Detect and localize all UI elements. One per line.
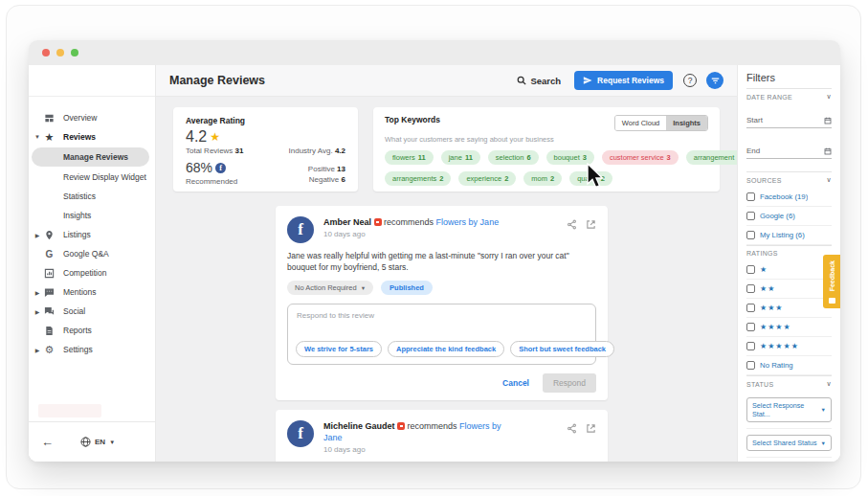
sidebar: Overview ▼ ★ Reviews Manage Reviews Revi… [29,65,156,462]
keyword-chip[interactable]: bouquet3 [546,150,594,165]
chevron-right-icon: ▶ [33,347,41,353]
feedback-tab[interactable]: Feedback [823,255,840,308]
chevron-down-icon: ∨ [827,380,832,388]
checkbox [746,212,755,220]
rating-filter-5-star[interactable]: ★★★★★ [746,337,832,356]
source-filter-facebook[interactable]: Facebook (19) [746,188,832,207]
sidebar-item-competition[interactable]: Competition [29,263,155,282]
sidebar-item-reports[interactable]: Reports [29,321,155,340]
negative-count: Negative 6 [308,174,345,185]
rating-filter-2-star[interactable]: ★★ [746,280,832,299]
checkbox [746,304,755,312]
open-in-new-icon[interactable] [586,420,596,454]
share-icon[interactable] [567,216,577,243]
chat-bubbles-icon [43,306,56,317]
sidebar-item-insights[interactable]: Insights [29,206,155,225]
keyword-chip[interactable]: jane11 [441,150,480,165]
sidebar-item-google-qa[interactable]: G Google Q&A [29,244,155,263]
checkbox [746,265,755,274]
comment-icon [43,287,56,298]
sidebar-item-social[interactable]: ▶ Social [29,302,155,321]
keyword-chip[interactable]: mom2 [523,171,562,186]
keyword-chip-negative[interactable]: customer service3 [602,150,679,165]
document-icon [43,326,56,336]
sidebar-item-overview[interactable]: Overview [29,108,155,127]
sidebar-header [29,65,155,97]
quick-reply-button[interactable]: Appreciate the kind feedback [388,341,504,357]
end-date-input[interactable]: End [746,141,832,159]
chevron-down-icon: ∨ [827,176,832,184]
sidebar-footer: ← EN ▼ [29,421,155,462]
calendar-icon [824,117,832,124]
open-in-new-icon[interactable] [586,216,596,243]
google-icon: G [43,249,56,259]
chevron-down-icon: ▼ [821,407,826,413]
chevron-down-icon: ▼ [821,440,826,446]
rating-filter-no-rating[interactable]: No Rating [746,356,832,375]
action-status-dropdown[interactable]: No Action Required ▼ [287,281,373,295]
date-range-section-header[interactable]: DATE RANGE ∨ [746,88,832,104]
sidebar-item-settings[interactable]: ▶ ⚙ Settings [29,340,155,359]
keyword-chip[interactable]: arrangements2 [385,171,451,186]
sidebar-item-mentions[interactable]: ▶ Mentions [29,282,155,302]
rating-filter-1-star[interactable]: ★ [746,260,832,280]
source-filter-google[interactable]: Google (6) [746,207,832,226]
chevron-down-icon: ∨ [827,93,832,101]
star-icon: ★ [43,131,56,144]
rating-filter-4-star[interactable]: ★★★★ [746,318,832,337]
publish-status-badge: Published [381,281,433,295]
source-filter-my-listing[interactable]: My Listing (6) [746,226,832,245]
checkbox [746,192,755,201]
shared-status-dropdown[interactable]: Select Shared Status ▼ [746,435,832,451]
quick-reply-button[interactable]: We strive for 5-stars [296,341,382,357]
search-button[interactable]: Search [517,76,561,86]
sidebar-item-reviews[interactable]: ▼ ★ Reviews [29,127,155,147]
keyword-chip[interactable]: arrangement2 [686,150,737,165]
paper-plane-icon [583,76,592,85]
zoom-window-icon[interactable] [71,49,78,56]
word-cloud-tab[interactable]: Word Cloud [615,116,666,130]
recommend-badge-icon [397,422,405,430]
facebook-icon: f [215,163,226,173]
status-section-header[interactable]: STATUS ∨ [746,375,832,392]
logo-placeholder [38,404,101,417]
help-icon[interactable]: ? [683,74,697,87]
respond-box: We strive for 5-stars Appreciate the kin… [287,304,596,365]
respond-button[interactable]: Respond [543,373,596,393]
chevron-right-icon: ▶ [33,289,41,296]
quick-reply-button[interactable]: Short but sweet feedback [510,341,614,357]
review-timestamp: 10 days ago [323,445,520,454]
cancel-button[interactable]: Cancel [502,378,529,388]
sidebar-item-review-display-widget[interactable]: Review Display Widget [29,168,155,187]
sidebar-item-statistics[interactable]: Statistics [29,187,155,206]
keyword-chip[interactable]: experience2 [458,171,516,186]
gear-icon: ⚙ [43,344,56,356]
checkbox [746,323,755,331]
language-selector[interactable]: EN ▼ [80,437,115,447]
top-keywords-card: Top Keywords Word Cloud Insights What yo… [373,107,720,192]
keyword-chip[interactable]: flowers11 [385,150,434,165]
request-reviews-button[interactable]: Request Reviews [574,71,673,90]
share-icon[interactable] [567,420,577,454]
filter-toggle-icon[interactable] [706,72,723,89]
sidebar-item-manage-reviews[interactable]: Manage Reviews [32,147,149,167]
rating-filter-3-star[interactable]: ★★★ [746,299,832,318]
insights-tab[interactable]: Insights [666,116,707,130]
close-window-icon[interactable] [42,49,50,56]
keyword-chip[interactable]: quality2 [569,171,612,186]
business-link[interactable]: Flowers by Jane [436,217,500,227]
recommended-label: Recommended [186,177,237,186]
collapse-sidebar-icon[interactable]: ← [41,435,54,449]
review-timestamp: 10 days ago [323,230,520,238]
keyword-chip[interactable]: selection6 [488,150,539,165]
minimize-window-icon[interactable] [56,49,64,56]
app-window: Overview ▼ ★ Reviews Manage Reviews Revi… [29,40,840,462]
keywords-view-toggle: Word Cloud Insights [614,115,708,131]
sidebar-item-listings[interactable]: ▶ Listings [29,225,155,244]
response-status-dropdown[interactable]: Select Response Stat... ▼ [746,397,832,422]
review-header: Micheline Gaudet recommends Flowers by J… [323,420,520,443]
start-date-input[interactable]: Start [746,110,832,128]
filters-title: Filters [746,65,832,88]
sources-section-header[interactable]: SOURCES ∨ [746,171,832,188]
respond-input[interactable] [288,304,595,337]
